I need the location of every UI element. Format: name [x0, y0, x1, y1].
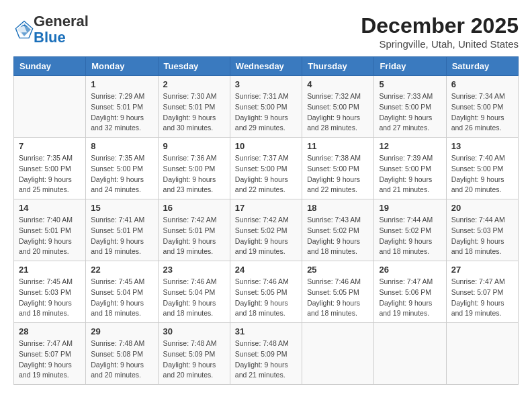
- calendar-cell: 29Sunrise: 7:48 AMSunset: 5:08 PMDayligh…: [86, 323, 158, 385]
- calendar-cell: [374, 323, 446, 385]
- day-info: Sunrise: 7:44 AMSunset: 5:02 PMDaylight:…: [379, 215, 441, 257]
- calendar-cell: 2Sunrise: 7:30 AMSunset: 5:01 PMDaylight…: [158, 76, 230, 138]
- day-number: 29: [91, 326, 152, 336]
- day-info: Sunrise: 7:47 AMSunset: 5:06 PMDaylight:…: [379, 277, 441, 319]
- day-info: Sunrise: 7:32 AMSunset: 5:00 PMDaylight:…: [307, 91, 369, 134]
- calendar-cell: [446, 323, 518, 385]
- logo-blue: Blue: [34, 30, 89, 46]
- day-number: 25: [307, 265, 369, 275]
- day-number: 30: [163, 326, 225, 336]
- day-number: 12: [379, 141, 441, 151]
- calendar-cell: 8Sunrise: 7:35 AMSunset: 5:00 PMDaylight…: [86, 138, 158, 199]
- day-number: 23: [163, 265, 225, 275]
- day-number: 21: [19, 265, 81, 275]
- week-row-4: 21Sunrise: 7:45 AMSunset: 5:03 PMDayligh…: [14, 261, 519, 323]
- calendar-cell: 10Sunrise: 7:37 AMSunset: 5:00 PMDayligh…: [230, 138, 302, 199]
- weekday-header-thursday: Thursday: [302, 57, 374, 76]
- day-info: Sunrise: 7:31 AMSunset: 5:00 PMDaylight:…: [235, 91, 297, 134]
- day-info: Sunrise: 7:46 AMSunset: 5:04 PMDaylight:…: [163, 277, 225, 319]
- calendar-cell: 28Sunrise: 7:47 AMSunset: 5:07 PMDayligh…: [14, 323, 86, 385]
- week-row-2: 7Sunrise: 7:35 AMSunset: 5:00 PMDaylight…: [14, 138, 519, 199]
- day-number: 6: [451, 79, 513, 89]
- calendar-cell: 31Sunrise: 7:48 AMSunset: 5:09 PMDayligh…: [230, 323, 302, 385]
- day-info: Sunrise: 7:46 AMSunset: 5:05 PMDaylight:…: [307, 277, 369, 319]
- day-info: Sunrise: 7:33 AMSunset: 5:00 PMDaylight:…: [379, 91, 441, 134]
- weekday-header-saturday: Saturday: [446, 57, 518, 76]
- day-info: Sunrise: 7:48 AMSunset: 5:09 PMDaylight:…: [163, 338, 225, 381]
- day-number: 19: [379, 203, 441, 213]
- day-number: 3: [235, 79, 297, 89]
- calendar-cell: 14Sunrise: 7:40 AMSunset: 5:01 PMDayligh…: [14, 199, 86, 261]
- calendar-cell: 27Sunrise: 7:47 AMSunset: 5:07 PMDayligh…: [446, 261, 518, 323]
- day-number: 16: [163, 203, 225, 213]
- day-info: Sunrise: 7:46 AMSunset: 5:05 PMDaylight:…: [235, 277, 297, 319]
- day-number: 31: [235, 326, 297, 336]
- day-info: Sunrise: 7:35 AMSunset: 5:00 PMDaylight:…: [91, 153, 152, 195]
- day-number: 9: [163, 141, 225, 151]
- calendar-cell: 18Sunrise: 7:43 AMSunset: 5:02 PMDayligh…: [302, 199, 374, 261]
- calendar-cell: 19Sunrise: 7:44 AMSunset: 5:02 PMDayligh…: [374, 199, 446, 261]
- day-info: Sunrise: 7:35 AMSunset: 5:00 PMDaylight:…: [19, 153, 81, 195]
- day-info: Sunrise: 7:37 AMSunset: 5:00 PMDaylight:…: [235, 153, 297, 195]
- weekday-header-wednesday: Wednesday: [230, 57, 302, 76]
- calendar-cell: 13Sunrise: 7:40 AMSunset: 5:00 PMDayligh…: [446, 138, 518, 199]
- day-number: 14: [19, 203, 81, 213]
- calendar-cell: [302, 323, 374, 385]
- month-title: December 2025: [361, 13, 519, 38]
- day-info: Sunrise: 7:45 AMSunset: 5:03 PMDaylight:…: [19, 277, 81, 319]
- calendar-cell: 26Sunrise: 7:47 AMSunset: 5:06 PMDayligh…: [374, 261, 446, 323]
- page-header: General Blue December 2025 Springville, …: [13, 13, 519, 50]
- day-number: 20: [451, 203, 513, 213]
- week-row-5: 28Sunrise: 7:47 AMSunset: 5:07 PMDayligh…: [14, 323, 519, 385]
- week-row-3: 14Sunrise: 7:40 AMSunset: 5:01 PMDayligh…: [14, 199, 519, 261]
- day-number: 10: [235, 141, 297, 151]
- day-info: Sunrise: 7:39 AMSunset: 5:00 PMDaylight:…: [379, 153, 441, 195]
- logo-text: General Blue: [34, 13, 89, 46]
- day-number: 18: [307, 203, 369, 213]
- calendar-cell: 15Sunrise: 7:41 AMSunset: 5:01 PMDayligh…: [86, 199, 158, 261]
- calendar-cell: 25Sunrise: 7:46 AMSunset: 5:05 PMDayligh…: [302, 261, 374, 323]
- day-info: Sunrise: 7:44 AMSunset: 5:03 PMDaylight:…: [451, 215, 513, 257]
- calendar-cell: 24Sunrise: 7:46 AMSunset: 5:05 PMDayligh…: [230, 261, 302, 323]
- calendar-cell: 20Sunrise: 7:44 AMSunset: 5:03 PMDayligh…: [446, 199, 518, 261]
- day-info: Sunrise: 7:45 AMSunset: 5:04 PMDaylight:…: [91, 277, 152, 319]
- day-number: 26: [379, 265, 441, 275]
- day-info: Sunrise: 7:47 AMSunset: 5:07 PMDaylight:…: [19, 338, 81, 381]
- calendar-cell: 1Sunrise: 7:29 AMSunset: 5:01 PMDaylight…: [86, 76, 158, 138]
- day-number: 5: [379, 79, 441, 89]
- calendar-cell: 12Sunrise: 7:39 AMSunset: 5:00 PMDayligh…: [374, 138, 446, 199]
- day-info: Sunrise: 7:30 AMSunset: 5:01 PMDaylight:…: [163, 91, 225, 134]
- day-info: Sunrise: 7:40 AMSunset: 5:00 PMDaylight:…: [451, 153, 513, 195]
- calendar-cell: 5Sunrise: 7:33 AMSunset: 5:00 PMDaylight…: [374, 76, 446, 138]
- calendar-cell: 22Sunrise: 7:45 AMSunset: 5:04 PMDayligh…: [86, 261, 158, 323]
- day-number: 8: [91, 141, 152, 151]
- calendar-cell: 11Sunrise: 7:38 AMSunset: 5:00 PMDayligh…: [302, 138, 374, 199]
- calendar-cell: [14, 76, 86, 138]
- day-number: 7: [19, 141, 81, 151]
- logo-icon: [15, 20, 34, 39]
- day-info: Sunrise: 7:48 AMSunset: 5:08 PMDaylight:…: [91, 338, 152, 381]
- week-row-1: 1Sunrise: 7:29 AMSunset: 5:01 PMDaylight…: [14, 76, 519, 138]
- day-info: Sunrise: 7:36 AMSunset: 5:00 PMDaylight:…: [163, 153, 225, 195]
- day-number: 17: [235, 203, 297, 213]
- day-number: 4: [307, 79, 369, 89]
- day-number: 28: [19, 326, 81, 336]
- day-info: Sunrise: 7:38 AMSunset: 5:00 PMDaylight:…: [307, 153, 369, 195]
- calendar-cell: 9Sunrise: 7:36 AMSunset: 5:00 PMDaylight…: [158, 138, 230, 199]
- title-block: December 2025 Springville, Utah, United …: [361, 13, 519, 50]
- calendar-cell: 6Sunrise: 7:34 AMSunset: 5:00 PMDaylight…: [446, 76, 518, 138]
- calendar-cell: 21Sunrise: 7:45 AMSunset: 5:03 PMDayligh…: [14, 261, 86, 323]
- day-number: 2: [163, 79, 225, 89]
- calendar-cell: 16Sunrise: 7:42 AMSunset: 5:01 PMDayligh…: [158, 199, 230, 261]
- day-info: Sunrise: 7:41 AMSunset: 5:01 PMDaylight:…: [91, 215, 152, 257]
- weekday-header-friday: Friday: [374, 57, 446, 76]
- day-number: 13: [451, 141, 513, 151]
- day-info: Sunrise: 7:29 AMSunset: 5:01 PMDaylight:…: [91, 91, 152, 134]
- calendar-cell: 7Sunrise: 7:35 AMSunset: 5:00 PMDaylight…: [14, 138, 86, 199]
- calendar-cell: 4Sunrise: 7:32 AMSunset: 5:00 PMDaylight…: [302, 76, 374, 138]
- day-info: Sunrise: 7:47 AMSunset: 5:07 PMDaylight:…: [451, 277, 513, 319]
- day-number: 15: [91, 203, 152, 213]
- day-number: 27: [451, 265, 513, 275]
- weekday-header-monday: Monday: [86, 57, 158, 76]
- day-info: Sunrise: 7:42 AMSunset: 5:01 PMDaylight:…: [163, 215, 225, 257]
